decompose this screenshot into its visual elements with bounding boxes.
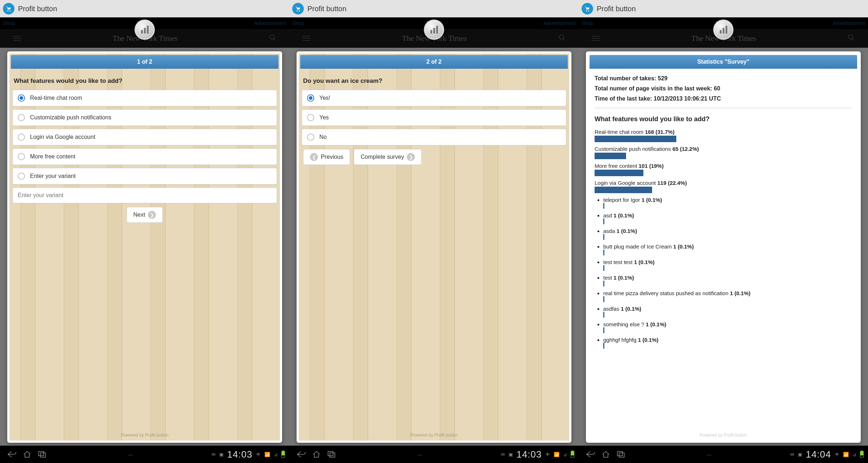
image-icon: ▣ [219, 452, 224, 457]
option-realtime-chat[interactable]: Real-time chat room [12, 90, 277, 106]
caret-up-icon[interactable]: ︿ [417, 451, 423, 458]
stat-custom-item: teleport for Igor 1 (0.1%) [603, 197, 852, 209]
cart-icon[interactable] [3, 3, 14, 14]
signal-icon: ⊿ [852, 452, 856, 457]
stats-question: What features would you like to add? [595, 115, 852, 123]
app-top-bar: Profit button [579, 0, 868, 17]
clock: 14:03 [516, 449, 542, 460]
stats-badge-icon[interactable] [135, 20, 155, 40]
app-title: Profit button [307, 5, 346, 13]
radio-icon [18, 173, 25, 180]
next-button[interactable]: Next ❯ [127, 207, 163, 223]
battery-icon [571, 451, 574, 458]
android-nav-bar: ︿ ✉ ▣ 14:04 👁 📶 ⊿ [579, 446, 868, 463]
mail-icon: ✉ [501, 452, 505, 457]
battery-icon [860, 451, 864, 458]
stat-custom-item: asdfas 1 (0.1%) [603, 306, 852, 318]
svg-rect-7 [330, 453, 335, 457]
recent-button[interactable] [613, 449, 629, 460]
home-button[interactable] [20, 449, 35, 460]
stats-badge-icon[interactable] [713, 20, 733, 40]
recent-button[interactable] [324, 449, 339, 460]
total-takes: Total number of takes: 529 [595, 75, 852, 82]
option-yes[interactable]: Yes [302, 109, 566, 126]
variant-input[interactable] [12, 187, 277, 203]
radio-icon [18, 133, 25, 141]
mail-icon: ✉ [212, 452, 216, 457]
app-title: Profit button [18, 5, 57, 13]
stat-bar: Real-time chat room 168 (31.7%) [595, 129, 852, 142]
svg-rect-11 [619, 453, 624, 457]
eye-icon: 👁 [256, 452, 261, 457]
stat-bar: Login via Google account 119 (22.4%) [595, 180, 852, 193]
pager-label: 1 of 2 [11, 55, 278, 69]
stat-custom-item: something else ? 1 (0.1%) [603, 321, 852, 333]
cart-icon[interactable] [292, 3, 304, 14]
mail-icon: ✉ [790, 452, 794, 457]
eye-icon: 👁 [835, 452, 839, 457]
caret-up-icon[interactable]: ︿ [128, 451, 133, 458]
stat-bar: More free content 101 (19%) [595, 163, 852, 176]
powered-by: Powered by Profit button [9, 433, 280, 438]
survey-modal: 2 of 2 Do you want an ice cream? Yes! Ye… [297, 51, 571, 443]
total-visits: Total numer of page visits in the last w… [595, 85, 852, 92]
stat-custom-item: gghhgf hfghfg 1 (0.1%) [603, 337, 852, 349]
option-enter-variant[interactable]: Enter your variant [12, 168, 277, 184]
signal-icon: ⊿ [563, 452, 567, 457]
stat-custom-item: test test test 1 (0.1%) [603, 259, 852, 271]
wifi-icon: 📶 [554, 452, 559, 457]
option-google-login[interactable]: Login via Google account [12, 129, 277, 145]
svg-rect-10 [617, 451, 622, 456]
caret-up-icon[interactable]: ︿ [706, 451, 712, 458]
question-text: What features would you like to add? [12, 77, 277, 85]
svg-rect-2 [39, 451, 44, 456]
chevron-right-icon: ❯ [407, 153, 415, 161]
question-text: Do you want an ice cream? [302, 77, 566, 85]
stats-modal: Statistics "Survey" Total number of take… [586, 51, 861, 443]
wifi-icon: 📶 [843, 452, 849, 457]
radio-icon [307, 94, 314, 102]
survey-modal: 1 of 2 What features would you like to a… [7, 51, 282, 443]
signal-icon: ⊿ [274, 452, 278, 457]
stats-header: Statistics "Survey" [590, 55, 857, 69]
chevron-left-icon: ❮ [310, 153, 318, 161]
clock: 14:03 [227, 449, 252, 460]
powered-by: Powered by Profit button [299, 433, 569, 438]
stat-custom-item: real time pizza delivery status pushed a… [603, 290, 852, 302]
svg-rect-3 [41, 453, 46, 457]
image-icon: ▣ [509, 452, 513, 457]
android-nav-bar: ︿ ✉ ▣ 14:03 👁 📶 ⊿ [0, 446, 289, 463]
back-button[interactable] [294, 449, 309, 460]
pager-label: 2 of 2 [300, 55, 568, 69]
clock: 14:04 [806, 449, 831, 460]
stat-custom-item: asda 1 (0.1%) [603, 228, 852, 240]
radio-icon [18, 114, 25, 121]
option-free-content[interactable]: More free content [12, 148, 277, 165]
option-push-notifications[interactable]: Customizable push notifications [12, 109, 277, 126]
cart-icon[interactable] [582, 3, 593, 14]
option-no[interactable]: No [302, 129, 566, 145]
back-button[interactable] [4, 449, 20, 460]
option-yes-excl[interactable]: Yes! [302, 90, 566, 106]
powered-by: Powered by Profit button [588, 433, 859, 438]
back-button[interactable] [583, 449, 598, 460]
recent-button[interactable] [35, 449, 50, 460]
stat-bar: Customizable push notifications 65 (12.2… [595, 146, 852, 159]
battery-icon [281, 451, 285, 458]
chevron-right-icon: ❯ [148, 211, 156, 219]
previous-button[interactable]: ❮ Previous [303, 149, 350, 165]
last-take: Time of the last take: 10/12/2013 10:06:… [595, 95, 852, 102]
stats-badge-icon[interactable] [424, 20, 444, 40]
home-button[interactable] [309, 449, 324, 460]
home-button[interactable] [598, 449, 613, 460]
radio-icon [18, 153, 25, 160]
stat-custom-item: asd 1 (0.1%) [603, 212, 852, 224]
svg-rect-6 [328, 451, 333, 456]
image-icon: ▣ [798, 452, 802, 457]
android-nav-bar: ︿ ✉ ▣ 14:03 👁 📶 ⊿ [289, 446, 579, 463]
complete-button[interactable]: Complete survey ❯ [354, 149, 422, 165]
stat-custom-item: butt plug made of Ice Cream 1 (0.1%) [603, 243, 852, 255]
wifi-icon: 📶 [264, 452, 270, 457]
stat-custom-item: test 1 (0.1%) [603, 275, 852, 286]
radio-icon [307, 133, 314, 141]
